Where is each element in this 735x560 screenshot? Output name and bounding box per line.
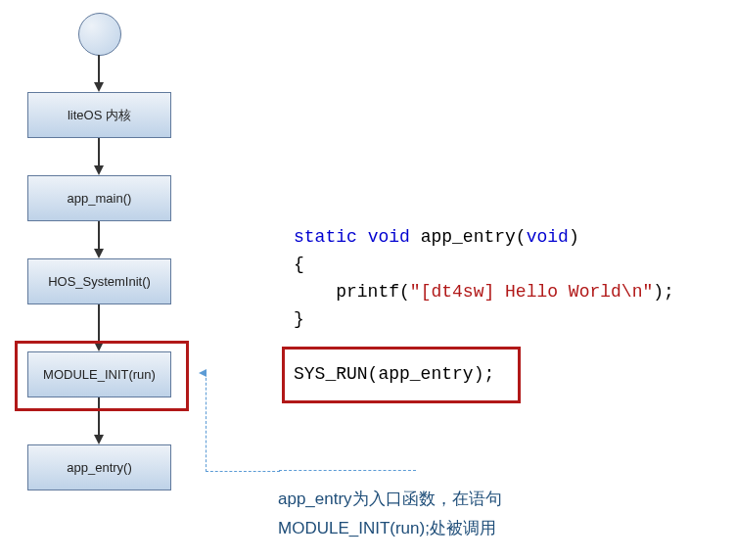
arrow xyxy=(98,55,100,84)
box-label: app_main() xyxy=(68,191,132,206)
keyword-void: void xyxy=(527,227,569,247)
connector-line xyxy=(279,470,416,471)
keyword-static: static xyxy=(294,227,357,247)
process-box: liteOS 内核 xyxy=(27,92,171,138)
annotation-line: MODULE_INIT(run);处被调用 xyxy=(278,514,502,543)
string-literal: "[dt4sw] Hello World\n" xyxy=(410,282,653,302)
process-box: app_main() xyxy=(27,175,171,221)
process-box: app_entry() xyxy=(27,444,171,490)
connector-arrow-icon xyxy=(199,369,207,377)
arrow-head-icon xyxy=(94,165,104,175)
paren: ) xyxy=(569,227,579,247)
box-label: HOS_SystemInit() xyxy=(48,274,151,289)
arrow xyxy=(98,304,100,344)
code-body: printf( xyxy=(294,282,410,302)
start-node xyxy=(78,13,121,56)
box-label: app_entry() xyxy=(67,460,131,475)
highlight-box-right xyxy=(282,347,521,403)
box-label: liteOS 内核 xyxy=(68,107,131,124)
code-body-end: ); xyxy=(653,282,674,302)
brace: { xyxy=(294,255,304,274)
connector-line xyxy=(206,373,280,472)
arrow-head-icon xyxy=(94,435,104,444)
diagram-canvas: liteOS 内核 app_main() HOS_SystemInit() MO… xyxy=(0,0,735,560)
process-box: HOS_SystemInit() xyxy=(27,258,171,304)
arrow xyxy=(98,221,100,251)
annotation-text: app_entry为入口函数，在语句 MODULE_INIT(run);处被调用 xyxy=(278,485,502,543)
fn-name: app_entry( xyxy=(410,227,527,247)
keyword-void: void xyxy=(368,227,410,247)
highlight-box-left xyxy=(15,341,189,411)
annotation-line: app_entry为入口函数，在语句 xyxy=(278,485,502,514)
arrow-head-icon xyxy=(94,82,104,92)
arrow-head-icon xyxy=(94,249,104,258)
arrow xyxy=(98,138,100,167)
brace: } xyxy=(294,309,304,329)
